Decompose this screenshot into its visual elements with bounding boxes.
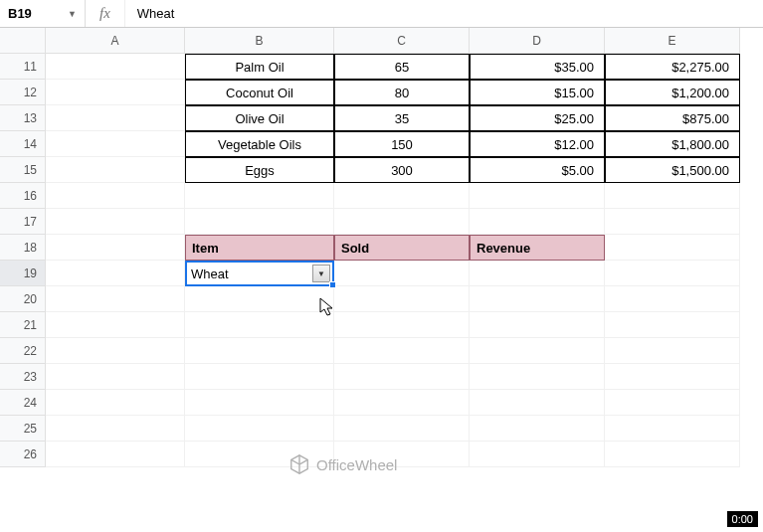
cell[interactable] — [46, 364, 185, 390]
cell[interactable] — [605, 338, 740, 364]
cell[interactable] — [334, 390, 470, 416]
row-header[interactable]: 12 — [0, 80, 46, 105]
cell[interactable] — [185, 286, 334, 312]
select-all-corner[interactable] — [0, 28, 46, 54]
cell[interactable] — [185, 209, 334, 235]
header-item[interactable]: Item — [185, 235, 334, 261]
cell[interactable] — [46, 183, 185, 209]
cell-d11[interactable]: $35.00 — [470, 54, 605, 80]
cell[interactable] — [605, 416, 740, 442]
formula-input[interactable] — [125, 0, 763, 27]
cell-c15[interactable]: 300 — [334, 157, 470, 183]
cell-c12[interactable]: 80 — [334, 80, 470, 105]
dropdown-button[interactable]: ▼ — [312, 265, 330, 282]
row-header[interactable]: 23 — [0, 364, 46, 390]
cell[interactable] — [185, 312, 334, 338]
cell[interactable] — [470, 442, 605, 467]
row-header[interactable]: 22 — [0, 338, 46, 364]
cell[interactable] — [605, 364, 740, 390]
row-header[interactable]: 15 — [0, 157, 46, 183]
cell[interactable] — [334, 364, 470, 390]
cell[interactable] — [46, 442, 185, 467]
cell[interactable] — [46, 338, 185, 364]
row-header-active[interactable]: 19 — [0, 261, 46, 286]
cell[interactable] — [46, 235, 185, 261]
cell[interactable] — [46, 261, 185, 286]
cell[interactable] — [470, 416, 605, 442]
cell[interactable] — [46, 416, 185, 442]
cell[interactable] — [470, 183, 605, 209]
fill-handle[interactable] — [329, 281, 336, 288]
cell[interactable] — [185, 183, 334, 209]
cell[interactable] — [334, 261, 470, 286]
cell[interactable] — [46, 286, 185, 312]
row-header[interactable]: 17 — [0, 209, 46, 235]
cell[interactable] — [46, 390, 185, 416]
cell-b11[interactable]: Palm Oil — [185, 54, 334, 80]
col-header-c[interactable]: C — [334, 28, 470, 54]
row-header[interactable]: 11 — [0, 54, 46, 80]
cell[interactable] — [605, 209, 740, 235]
row-header[interactable]: 25 — [0, 416, 46, 442]
cell[interactable] — [605, 286, 740, 312]
cell-e13[interactable]: $875.00 — [605, 105, 740, 131]
cell[interactable] — [605, 390, 740, 416]
cell[interactable] — [334, 416, 470, 442]
cell-e11[interactable]: $2,275.00 — [605, 54, 740, 80]
cell[interactable] — [470, 209, 605, 235]
cell-d13[interactable]: $25.00 — [470, 105, 605, 131]
cell-e14[interactable]: $1,800.00 — [605, 131, 740, 157]
cell[interactable] — [470, 312, 605, 338]
cell-e12[interactable]: $1,200.00 — [605, 80, 740, 105]
cell-b19-dropdown[interactable]: Wheat ▼ — [185, 261, 334, 286]
col-header-b[interactable]: B — [185, 28, 334, 54]
cell[interactable] — [46, 209, 185, 235]
cell[interactable] — [470, 364, 605, 390]
cell-c13[interactable]: 35 — [334, 105, 470, 131]
cell[interactable] — [470, 286, 605, 312]
cell[interactable] — [185, 390, 334, 416]
cell-d14[interactable]: $12.00 — [470, 131, 605, 157]
row-header[interactable]: 26 — [0, 442, 46, 467]
header-revenue[interactable]: Revenue — [470, 235, 605, 261]
cell[interactable] — [470, 390, 605, 416]
cell[interactable] — [470, 261, 605, 286]
cell[interactable] — [334, 183, 470, 209]
cell[interactable] — [185, 416, 334, 442]
cell[interactable] — [605, 183, 740, 209]
cell[interactable] — [334, 286, 470, 312]
header-sold[interactable]: Sold — [334, 235, 470, 261]
cell[interactable] — [46, 105, 185, 131]
col-header-a[interactable]: A — [46, 28, 185, 54]
cell[interactable] — [46, 157, 185, 183]
cell-c11[interactable]: 65 — [334, 54, 470, 80]
cell-b14[interactable]: Vegetable Oils — [185, 131, 334, 157]
cell-e15[interactable]: $1,500.00 — [605, 157, 740, 183]
col-header-d[interactable]: D — [470, 28, 605, 54]
cell-b15[interactable]: Eggs — [185, 157, 334, 183]
cell[interactable] — [185, 338, 334, 364]
cell[interactable] — [185, 364, 334, 390]
row-header[interactable]: 13 — [0, 105, 46, 131]
cell[interactable] — [605, 312, 740, 338]
cell[interactable] — [605, 442, 740, 467]
cell[interactable] — [334, 312, 470, 338]
row-header[interactable]: 16 — [0, 183, 46, 209]
cell-c14[interactable]: 150 — [334, 131, 470, 157]
row-header[interactable]: 14 — [0, 131, 46, 157]
cell[interactable] — [605, 235, 740, 261]
cell-d12[interactable]: $15.00 — [470, 80, 605, 105]
cell-b13[interactable]: Olive Oil — [185, 105, 334, 131]
cell[interactable] — [470, 338, 605, 364]
cell[interactable] — [605, 261, 740, 286]
cell[interactable] — [46, 54, 185, 80]
cell[interactable] — [46, 131, 185, 157]
row-header[interactable]: 18 — [0, 235, 46, 261]
row-header[interactable]: 24 — [0, 390, 46, 416]
cell[interactable] — [334, 209, 470, 235]
col-header-e[interactable]: E — [605, 28, 740, 54]
cell[interactable] — [46, 80, 185, 105]
cell-b12[interactable]: Coconut Oil — [185, 80, 334, 105]
cell[interactable] — [46, 312, 185, 338]
row-header[interactable]: 21 — [0, 312, 46, 338]
